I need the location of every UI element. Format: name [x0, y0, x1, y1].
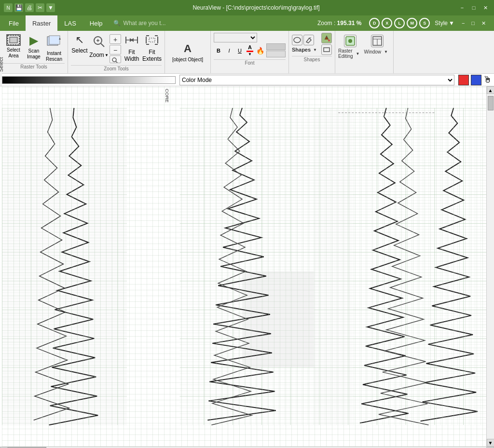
zoom-label-btn: Zoom▼: [89, 52, 109, 58]
menu-close-btn[interactable]: ✕: [479, 19, 488, 27]
font-color-button[interactable]: A ▼: [246, 43, 254, 57]
menu-restore-btn[interactable]: □: [469, 19, 477, 27]
shapes-dropdown-button[interactable]: ▼: [312, 46, 318, 54]
raster-edit-icon1[interactable]: [344, 35, 357, 47]
svg-line-5: [101, 43, 104, 47]
background-color-swatch[interactable]: [471, 75, 481, 85]
zoom-in-button[interactable]: +: [110, 34, 121, 44]
zoom-other-button[interactable]: [110, 55, 121, 63]
toolbar-icon-2: 🖨: [25, 3, 34, 12]
bold-button[interactable]: B: [214, 46, 223, 55]
svg-line-24: [309, 38, 311, 38]
fire-button[interactable]: 🔥: [255, 46, 265, 55]
svg-marker-15: [131, 38, 134, 42]
grayscale-bar: Color Mode Grayscale Black & White 🖱: [0, 74, 494, 86]
well-log-svg: CORE: [2, 86, 486, 447]
cursor-tool-icon[interactable]: 🖱: [483, 75, 492, 85]
zoom-other-icon: [111, 57, 119, 64]
svg-rect-38: [242, 271, 314, 367]
canvas-area[interactable]: CORE: [2, 86, 486, 447]
scroll-down-button[interactable]: ▼: [487, 439, 494, 447]
badge-s[interactable]: S: [419, 18, 430, 28]
toolbar-icon-4: ▼: [46, 3, 55, 12]
svg-rect-37: [180, 108, 315, 425]
foreground-color-swatch[interactable]: [458, 75, 469, 85]
pen-shape[interactable]: [303, 35, 314, 45]
raster-editing-dropdown[interactable]: ▼: [354, 50, 362, 57]
badge-d[interactable]: D: [369, 18, 380, 28]
color-mode-select[interactable]: Color Mode Grayscale Black & White: [179, 75, 454, 85]
search-icon: 🔍: [113, 20, 121, 27]
scroll-up-button[interactable]: ▲: [487, 86, 494, 94]
style-button[interactable]: Style ▼: [432, 19, 457, 27]
svg-text:CORE: CORE: [165, 89, 170, 103]
font-family-select[interactable]: [214, 33, 257, 42]
fit-width-button[interactable]: [122, 33, 141, 49]
well-log-canvas[interactable]: CORE: [2, 86, 486, 447]
fit-width-icon: [125, 35, 138, 47]
annotations-button[interactable]: A [object Object]: [168, 40, 207, 65]
font-label: Font: [214, 59, 286, 66]
zoom-out-button[interactable]: −: [110, 45, 121, 54]
vertical-scrollbar[interactable]: ▲ ▼: [486, 86, 494, 447]
raster-tools-label: Raster Tools: [3, 63, 65, 69]
zoom-dropdown-icon: ▼: [105, 53, 109, 57]
italic-button[interactable]: I: [224, 46, 234, 55]
select-area-label: SelectArea: [7, 47, 20, 59]
instant-rescan-button[interactable]: [43, 33, 65, 51]
font-color-dropdown: ▼: [248, 52, 252, 56]
search-placeholder[interactable]: What are you t...: [124, 20, 166, 27]
ellipse-shape[interactable]: [292, 35, 302, 45]
close-button[interactable]: ✕: [480, 3, 490, 12]
select-icon: ↖: [75, 35, 84, 45]
font-stroke-color[interactable]: [266, 51, 286, 57]
badge-l[interactable]: L: [394, 18, 405, 28]
zoom-label: Zoom :: [317, 20, 335, 27]
svg-rect-36: [127, 108, 180, 425]
window-icon[interactable]: [371, 35, 384, 47]
scroll-thumb-vertical[interactable]: [488, 96, 494, 110]
menu-help[interactable]: Help: [83, 15, 110, 31]
minimize-button[interactable]: −: [457, 3, 467, 12]
menu-file[interactable]: File: [2, 15, 26, 31]
svg-point-28: [348, 39, 352, 43]
font-controls-row: B I U A ▼ 🔥: [214, 43, 286, 57]
zoom-icon: [92, 35, 106, 50]
select-button[interactable]: ↖: [71, 33, 88, 47]
zoom-button[interactable]: [89, 33, 109, 52]
svg-rect-22: [149, 38, 155, 42]
toolbar-icon-1: 💾: [14, 3, 23, 12]
raster-editing-group: RasterEditing ▼ Window ▼: [335, 31, 394, 73]
badge-m[interactable]: M: [407, 18, 417, 28]
scan-image-button[interactable]: ▶: [25, 33, 42, 48]
select-vertical-label: Select: [0, 43, 2, 86]
zoom-tools-buttons: ↖ Select Zoom▼ + −: [71, 33, 162, 63]
font-fill-color[interactable]: [266, 43, 286, 50]
menu-minimize-btn[interactable]: −: [459, 19, 467, 27]
shape-extra[interactable]: [321, 44, 332, 55]
svg-rect-1: [10, 37, 17, 43]
title-bar: N 💾 🖨 ✂ ▼ NeuraView - [C:\nds\projects\c…: [0, 0, 494, 15]
font-color-icon: A: [248, 44, 252, 50]
menu-raster[interactable]: Raster: [26, 15, 57, 31]
fit-extents-button[interactable]: [142, 33, 162, 49]
select-area-icon: [6, 34, 21, 46]
menu-search-area: 🔍 What are you t...: [110, 15, 314, 31]
svg-point-23: [294, 37, 301, 42]
scroll-track-vertical[interactable]: [487, 94, 494, 439]
window-label: Window: [364, 49, 382, 54]
select-area-button[interactable]: [3, 33, 24, 47]
shapes-label-text: Shapes: [292, 47, 311, 53]
badge-x[interactable]: X: [382, 18, 392, 28]
window-dropdown[interactable]: ▼: [382, 48, 390, 55]
svg-rect-39: [314, 108, 353, 425]
paint-shape[interactable]: [321, 33, 332, 43]
svg-rect-3: [49, 36, 60, 44]
fit-width-label: FitWidth: [124, 49, 139, 63]
underline-button[interactable]: U: [235, 46, 245, 55]
title-bar-left-icons: N 💾 🖨 ✂ ▼: [4, 3, 55, 12]
menu-las[interactable]: LAS: [57, 15, 83, 31]
maximize-button[interactable]: □: [469, 3, 479, 12]
svg-line-9: [116, 61, 118, 63]
zoom-tools-group: ↖ Select Zoom▼ + −: [68, 31, 165, 73]
